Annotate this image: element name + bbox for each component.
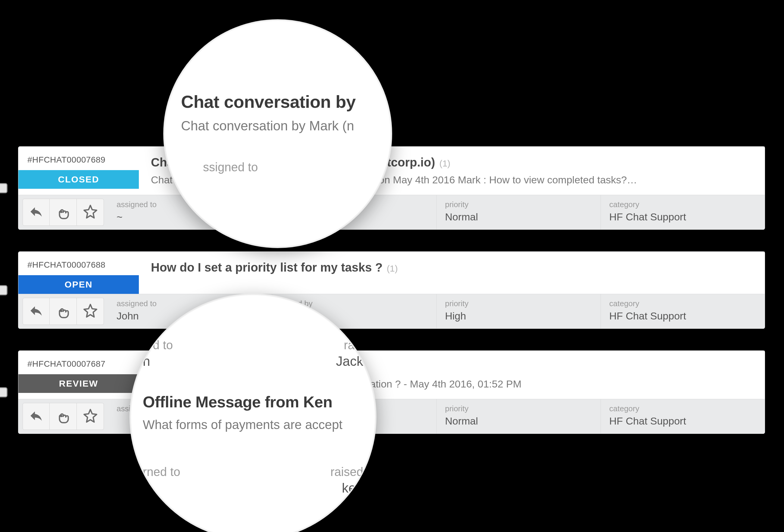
priority-value: Normal (445, 211, 592, 223)
hand-icon (56, 408, 71, 424)
priority-label: priority (445, 404, 592, 413)
status-badge: CLOSED (18, 170, 139, 189)
grab-button[interactable] (50, 199, 77, 226)
magnifier-bottom-assigned-label: ted to (143, 338, 253, 352)
magnifier-top: Chat conversation by Chat conversation b… (163, 19, 392, 248)
category-value: HF Chat Support (609, 415, 756, 427)
priority-value: High (445, 310, 592, 322)
priority-label: priority (445, 200, 592, 209)
reply-button[interactable] (23, 199, 50, 226)
star-button[interactable] (77, 403, 104, 430)
category-label: category (609, 404, 756, 413)
priority-value: Normal (445, 415, 592, 427)
star-icon (83, 408, 98, 424)
reply-icon (29, 204, 44, 220)
reply-button[interactable] (23, 403, 50, 430)
ticket-id: #HFCHAT00007689 (18, 155, 139, 170)
magnifier-top-meta-label: ssigned to (203, 160, 379, 174)
reply-icon (29, 408, 44, 424)
hand-icon (56, 303, 71, 320)
reply-button[interactable] (23, 298, 50, 325)
category-value: HF Chat Support (609, 310, 756, 322)
star-icon (83, 303, 98, 320)
reply-icon (29, 303, 44, 320)
ticket-card[interactable]: #HFCHAT00007689 CLOSED Chat conversation… (18, 146, 765, 230)
select-checkbox[interactable] (0, 285, 7, 295)
select-checkbox[interactable] (0, 387, 7, 397)
magnifier-top-title: Chat conversation by (176, 91, 379, 112)
category-label: category (609, 299, 756, 308)
status-badge: REVIEW (18, 374, 139, 393)
ticket-count: (1) (440, 158, 451, 169)
magnifier-bottom-title: Offline Message from Ken (143, 393, 363, 411)
grab-button[interactable] (50, 298, 77, 325)
status-badge: OPEN (18, 275, 139, 294)
star-button[interactable] (77, 199, 104, 226)
magnifier-bottom-raised-value: Jack (253, 354, 363, 369)
magnifier-bottom-raised2-value: ken (253, 480, 363, 496)
select-checkbox[interactable] (0, 183, 7, 193)
magnifier-top-subtitle: Chat conversation by Mark (n (176, 118, 379, 134)
magnifier-bottom-assigned-value: n (143, 354, 253, 369)
ticket-id: #HFCHAT00007688 (18, 260, 139, 275)
category-value: HF Chat Support (609, 211, 756, 223)
magnifier-bottom-raised-label: rais (253, 338, 363, 352)
magnifier-bottom-raised2-label: raised (253, 465, 363, 479)
ticket-id: #HFCHAT00007687 (18, 359, 139, 374)
magnifier-bottom-subtitle: What forms of payments are accept (143, 418, 363, 432)
ticket-card[interactable]: #HFCHAT00007688 OPEN How do I set a prio… (18, 252, 765, 329)
star-button[interactable] (77, 298, 104, 325)
priority-label: priority (445, 299, 592, 308)
hand-icon (56, 204, 71, 220)
category-label: category (609, 200, 756, 209)
magnifier-bottom-assigned2-label: rned to (143, 465, 253, 479)
grab-button[interactable] (50, 403, 77, 430)
magnifier-bottom: ted to n rais Jack Offline Message from … (130, 294, 376, 532)
ticket-count: (1) (387, 263, 398, 274)
star-icon (83, 204, 98, 220)
ticket-title[interactable]: How do I set a priority list for my task… (151, 261, 383, 274)
